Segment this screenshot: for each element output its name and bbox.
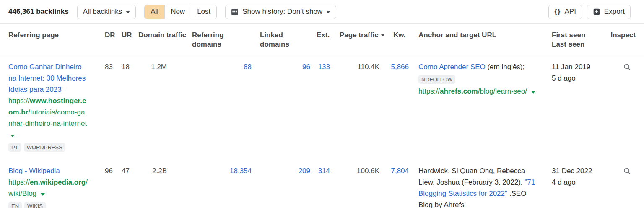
col-ext: Ext. xyxy=(310,31,333,49)
scope-dropdown-button[interactable]: All backlinks xyxy=(77,5,136,19)
ext-value: 133 xyxy=(310,61,333,73)
calendar-icon xyxy=(231,8,239,16)
nofollow-badge: NOFOLLOW xyxy=(418,75,455,84)
linked-domains-value: 209 xyxy=(254,165,310,177)
sort-caret-icon xyxy=(381,34,384,36)
table-header: Referring page DR UR Domain traffic Refe… xyxy=(0,24,644,55)
col-kw: Kw. xyxy=(390,31,415,49)
ur-value: 18 xyxy=(122,61,138,73)
target-url: https://ahrefs.com/blog/learn-seo/ xyxy=(418,86,538,97)
col-referring-domains: Referring domains xyxy=(189,31,254,49)
segment-new[interactable]: New xyxy=(165,5,191,19)
backlinks-count: 446,361 backlinks xyxy=(8,8,69,16)
col-ur: UR xyxy=(122,31,138,49)
table-row: Como Ganhar Dinheiro na Internet: 30 Mel… xyxy=(0,55,644,159)
referring-page-cell: Como Ganhar Dinheiro na Internet: 30 Mel… xyxy=(8,61,105,152)
col-referring-page: Referring page xyxy=(8,31,105,49)
download-icon xyxy=(593,8,600,16)
segment-lost[interactable]: Lost xyxy=(191,5,216,19)
history-dropdown-button[interactable]: Show history: Don’t show xyxy=(225,5,336,19)
page-traffic-value: 110.4K xyxy=(333,61,390,73)
anchor-cell: Hardwick, Si Quan Ong, Rebecca Liew, Jos… xyxy=(415,165,552,208)
linked-domains-value: 96 xyxy=(254,61,310,73)
col-first-last-seen: First seen Last seen xyxy=(552,31,606,49)
last-seen-value: 4 d ago xyxy=(552,177,606,188)
braces-icon: {} xyxy=(554,8,561,16)
last-seen-value: 5 d ago xyxy=(552,73,606,84)
referring-page-url: https://en.wikipedia.org/wiki/Blog xyxy=(8,177,88,199)
kw-value: 5,866 xyxy=(390,61,415,73)
url-dropdown-caret-icon[interactable] xyxy=(41,193,45,196)
history-dropdown-label: Show history: Don’t show xyxy=(242,8,322,16)
url-dropdown-caret-icon[interactable] xyxy=(10,135,15,137)
anchor-link[interactable]: Como Aprender SEO xyxy=(418,63,486,71)
language-badge: PT xyxy=(8,143,21,152)
linked-domains-link[interactable]: 96 xyxy=(302,63,310,71)
api-button-label: API xyxy=(564,8,576,16)
col-last-seen: Last seen xyxy=(552,40,606,49)
inspect-cell xyxy=(606,61,636,75)
caret-down-icon xyxy=(326,11,330,13)
col-dr: DR xyxy=(105,31,122,49)
page-badges: PT WORDPRESS xyxy=(8,143,88,152)
referring-domains-value: 88 xyxy=(189,61,254,73)
col-domain-traffic: Domain traffic xyxy=(138,31,189,49)
anchor-suffix: (em inglês); xyxy=(486,63,525,71)
col-page-traffic[interactable]: Page traffic xyxy=(333,31,390,49)
ur-value: 47 xyxy=(122,165,138,177)
platform-badge: WORDPRESS xyxy=(24,143,65,152)
page-badges: EN WIKIS xyxy=(8,202,88,208)
kw-link[interactable]: 7,804 xyxy=(391,167,409,175)
ext-link[interactable]: 133 xyxy=(318,63,330,71)
col-anchor-target-url: Anchor and target URL xyxy=(415,31,552,49)
magnifier-icon[interactable] xyxy=(623,63,631,71)
referring-domains-link[interactable]: 18,354 xyxy=(230,167,252,175)
magnifier-icon[interactable] xyxy=(623,167,631,175)
export-button[interactable]: Export xyxy=(587,5,631,19)
first-seen-value: 11 Jan 2019 xyxy=(552,61,606,73)
segmented-control: All New Lost xyxy=(144,5,217,19)
referring-domains-link[interactable]: 88 xyxy=(244,63,252,71)
seen-cell: 11 Jan 2019 5 d ago xyxy=(552,61,606,84)
kw-value: 7,804 xyxy=(390,165,415,177)
toolbar: 446,361 backlinks All backlinks All New … xyxy=(0,0,644,24)
domain-traffic-value: 1.2M xyxy=(138,61,189,73)
seen-cell: 31 Dec 2022 4 d ago xyxy=(552,165,606,188)
dr-value: 96 xyxy=(105,165,122,177)
linked-domains-link[interactable]: 209 xyxy=(299,167,310,175)
platform-badge: WIKIS xyxy=(24,202,46,208)
page-traffic-value: 100.6K xyxy=(333,165,390,177)
segment-all[interactable]: All xyxy=(145,5,165,19)
language-badge: EN xyxy=(8,202,22,208)
referring-page-cell: Blog - Wikipedia https://en.wikipedia.or… xyxy=(8,165,105,208)
export-button-label: Export xyxy=(604,8,625,16)
table-row: Blog - Wikipedia https://en.wikipedia.or… xyxy=(0,159,644,208)
kw-link[interactable]: 5,866 xyxy=(391,63,409,71)
referring-domains-value: 18,354 xyxy=(189,165,254,177)
anchor-prefix: Hardwick, Si Quan Ong, Rebecca Liew, Jos… xyxy=(418,167,525,186)
col-linked-domains: Linked domains xyxy=(254,31,310,49)
scope-dropdown-label: All backlinks xyxy=(83,8,122,16)
anchor-cell: Como Aprender SEO (em inglês); NOFOLLOW … xyxy=(415,61,552,97)
ext-value: 314 xyxy=(310,165,333,177)
referring-page-url: https://www.hostinger.com.br/tutoriais/c… xyxy=(8,95,88,140)
col-inspect: Inspect xyxy=(606,31,636,49)
domain-traffic-value: 2.2B xyxy=(138,165,189,177)
api-button[interactable]: {} API xyxy=(548,5,582,19)
referring-page-link[interactable]: Blog - Wikipedia xyxy=(8,167,60,175)
ext-link[interactable]: 314 xyxy=(318,167,330,175)
first-seen-value: 31 Dec 2022 xyxy=(552,165,606,177)
inspect-cell xyxy=(606,165,636,179)
dr-value: 83 xyxy=(105,61,122,73)
url-dropdown-caret-icon[interactable] xyxy=(531,91,535,94)
caret-down-icon xyxy=(126,11,130,13)
referring-page-link[interactable]: Como Ganhar Dinheiro na Internet: 30 Mel… xyxy=(8,63,86,94)
col-first-seen: First seen xyxy=(552,31,606,40)
